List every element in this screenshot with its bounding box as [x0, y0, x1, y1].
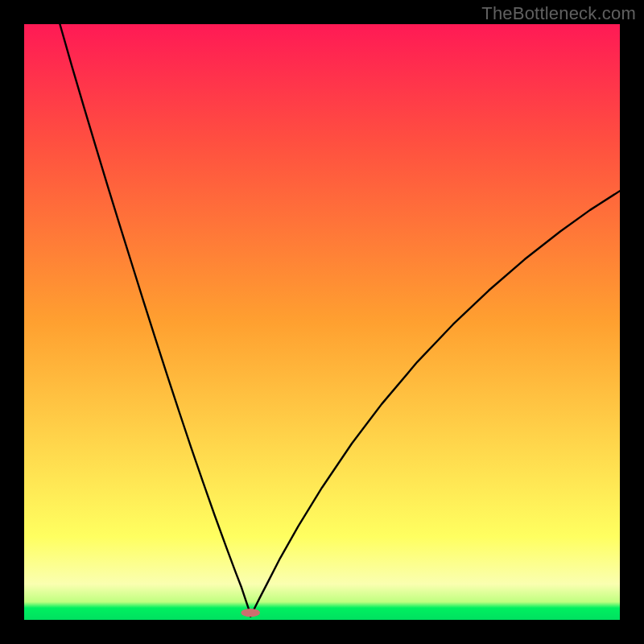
plot-area — [24, 24, 620, 620]
gradient-background — [24, 24, 620, 620]
chart-frame: TheBottleneck.com — [0, 0, 644, 644]
optimal-marker — [241, 609, 260, 617]
watermark-text: TheBottleneck.com — [481, 3, 636, 24]
bottleneck-chart — [24, 24, 620, 620]
